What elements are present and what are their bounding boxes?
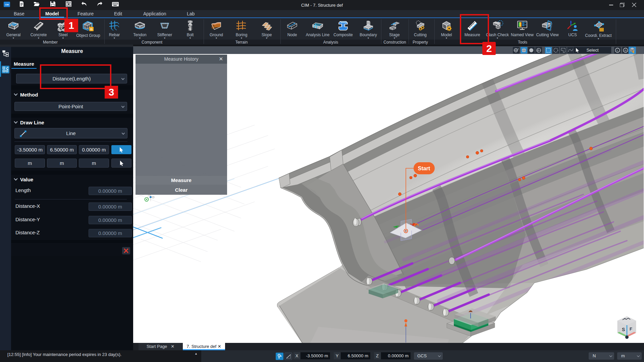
svg-text:L: L (617, 49, 619, 52)
svg-text:F: F (630, 326, 632, 331)
svg-text:S: S (622, 327, 625, 332)
svg-text:Start: Start (418, 166, 430, 171)
svg-text:CIM: CIM (5, 4, 9, 6)
svg-text:G: G (90, 27, 93, 31)
svg-text:G: G (625, 49, 627, 52)
svg-text:A: A (518, 48, 519, 50)
